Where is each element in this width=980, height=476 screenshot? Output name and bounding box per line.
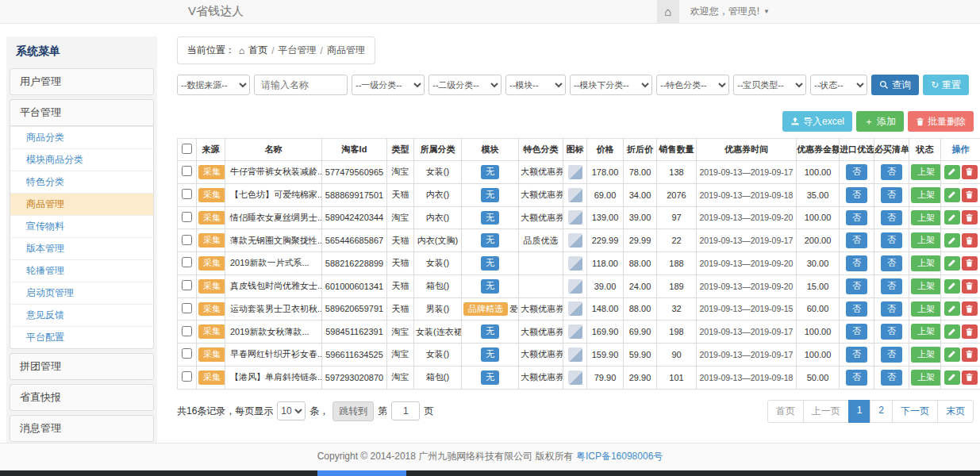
- import-select-toggle[interactable]: 否: [846, 232, 867, 248]
- edit-button[interactable]: [944, 347, 960, 362]
- import-excel-button[interactable]: 导入excel: [782, 111, 852, 132]
- delete-button[interactable]: [962, 347, 978, 362]
- page-size-select[interactable]: 10: [277, 401, 306, 420]
- edit-button[interactable]: [944, 165, 960, 179]
- sidebar-item[interactable]: 平台管理: [10, 99, 154, 126]
- sidebar-subitem[interactable]: 意见反馈: [10, 304, 153, 326]
- sidebar-subitem[interactable]: 商品分类: [10, 126, 153, 148]
- status-toggle[interactable]: 上架: [911, 301, 941, 317]
- search-button[interactable]: 查询: [871, 75, 919, 95]
- row-checkbox[interactable]: [182, 189, 192, 199]
- edit-button[interactable]: [944, 210, 960, 225]
- sidebar-item[interactable]: 用户管理: [10, 68, 154, 95]
- status-toggle[interactable]: 上架: [911, 370, 941, 386]
- sidebar-subitem[interactable]: 轮播管理: [10, 259, 153, 282]
- scrollbar-thumb[interactable]: [317, 470, 406, 476]
- status-toggle[interactable]: 上架: [911, 278, 941, 294]
- row-checkbox[interactable]: [182, 371, 192, 382]
- row-checkbox[interactable]: [182, 212, 192, 222]
- must-buy-toggle[interactable]: 否: [881, 324, 902, 340]
- sidebar-subitem[interactable]: 模块商品分类: [10, 148, 153, 171]
- sidebar-subitem[interactable]: 启动页管理: [10, 282, 153, 304]
- import-select-toggle[interactable]: 否: [846, 347, 867, 363]
- delete-button[interactable]: [962, 210, 978, 225]
- row-checkbox[interactable]: [182, 280, 192, 290]
- delete-button[interactable]: [962, 301, 978, 316]
- page-number-input[interactable]: [391, 401, 420, 420]
- edit-button[interactable]: [944, 324, 960, 339]
- page-button[interactable]: 1: [848, 400, 871, 423]
- must-buy-toggle[interactable]: 否: [881, 210, 902, 226]
- import-select-toggle[interactable]: 否: [846, 370, 867, 386]
- status-toggle[interactable]: 上架: [911, 324, 941, 340]
- sidebar-subitem[interactable]: 宣传物料: [10, 215, 153, 237]
- user-menu[interactable]: 欢迎您，管理员! ▼: [690, 5, 770, 18]
- edit-button[interactable]: [944, 279, 960, 294]
- row-checkbox[interactable]: [182, 303, 192, 313]
- must-buy-toggle[interactable]: 否: [881, 301, 902, 317]
- page-button[interactable]: 2: [870, 400, 893, 423]
- import-select-toggle[interactable]: 否: [846, 301, 867, 317]
- status-toggle[interactable]: 上架: [911, 210, 941, 226]
- jump-button[interactable]: 跳转到: [332, 401, 374, 421]
- filter-select[interactable]: --模块下分类--: [570, 75, 652, 95]
- batch-delete-button[interactable]: 批量删除: [908, 111, 974, 132]
- filter-select[interactable]: --特色分类--: [656, 75, 729, 95]
- row-checkbox[interactable]: [182, 166, 192, 176]
- page-button[interactable]: 末页: [937, 400, 974, 423]
- filter-select[interactable]: --二级分类--: [429, 75, 502, 95]
- delete-button[interactable]: [962, 233, 978, 248]
- breadcrumb-platform-link[interactable]: 平台管理: [279, 44, 317, 57]
- import-select-toggle[interactable]: 否: [846, 187, 867, 203]
- row-checkbox[interactable]: [182, 326, 192, 336]
- import-select-toggle[interactable]: 否: [846, 324, 867, 340]
- filter-select[interactable]: --数据来源--: [177, 75, 250, 95]
- status-toggle[interactable]: 上架: [911, 187, 941, 203]
- must-buy-toggle[interactable]: 否: [881, 278, 902, 294]
- bottom-scrollbar[interactable]: [0, 470, 980, 476]
- import-select-toggle[interactable]: 否: [846, 210, 867, 226]
- row-checkbox[interactable]: [182, 235, 192, 245]
- edit-button[interactable]: [944, 256, 960, 271]
- filter-select[interactable]: --一级分类--: [352, 75, 425, 95]
- row-checkbox[interactable]: [182, 257, 192, 267]
- delete-button[interactable]: [962, 279, 978, 294]
- must-buy-toggle[interactable]: 否: [881, 232, 902, 248]
- filter-select[interactable]: --模块--: [505, 75, 566, 95]
- sidebar-subitem[interactable]: 特色分类: [10, 171, 153, 193]
- edit-button[interactable]: [944, 370, 960, 385]
- reset-button[interactable]: ↻ 重置: [923, 75, 969, 95]
- status-toggle[interactable]: 上架: [911, 164, 941, 180]
- filter-select[interactable]: --状态--: [810, 75, 867, 95]
- must-buy-toggle[interactable]: 否: [881, 255, 902, 271]
- sidebar-item[interactable]: 省直快报: [10, 384, 154, 411]
- delete-button[interactable]: [962, 165, 978, 179]
- sidebar-subitem[interactable]: 商品管理: [10, 193, 153, 215]
- import-select-toggle[interactable]: 否: [846, 255, 867, 271]
- import-select-toggle[interactable]: 否: [846, 164, 867, 180]
- must-buy-toggle[interactable]: 否: [881, 347, 902, 363]
- select-all-checkbox[interactable]: [182, 144, 192, 154]
- import-select-toggle[interactable]: 否: [846, 278, 867, 294]
- must-buy-toggle[interactable]: 否: [881, 187, 902, 203]
- home-button[interactable]: ⌂: [657, 0, 679, 23]
- row-checkbox[interactable]: [182, 348, 192, 359]
- status-toggle[interactable]: 上架: [911, 347, 941, 363]
- edit-button[interactable]: [944, 188, 960, 202]
- sidebar-item[interactable]: 拼团管理: [10, 353, 154, 380]
- delete-button[interactable]: [962, 256, 978, 271]
- icp-link[interactable]: 粤ICP备16098006号: [576, 451, 663, 462]
- delete-button[interactable]: [962, 370, 978, 385]
- edit-button[interactable]: [944, 233, 960, 248]
- edit-button[interactable]: [944, 301, 960, 316]
- name-search-input[interactable]: [254, 75, 348, 95]
- delete-button[interactable]: [962, 324, 978, 339]
- must-buy-toggle[interactable]: 否: [881, 164, 902, 180]
- breadcrumb-home-link[interactable]: 首页: [248, 44, 267, 57]
- sidebar-subitem[interactable]: 版本管理: [10, 237, 153, 259]
- status-toggle[interactable]: 上架: [911, 255, 941, 271]
- status-toggle[interactable]: 上架: [911, 232, 941, 248]
- sidebar-item[interactable]: 消息管理: [10, 415, 154, 442]
- add-button[interactable]: ＋ 添加: [856, 111, 904, 132]
- sidebar-subitem[interactable]: 平台配置: [10, 326, 153, 348]
